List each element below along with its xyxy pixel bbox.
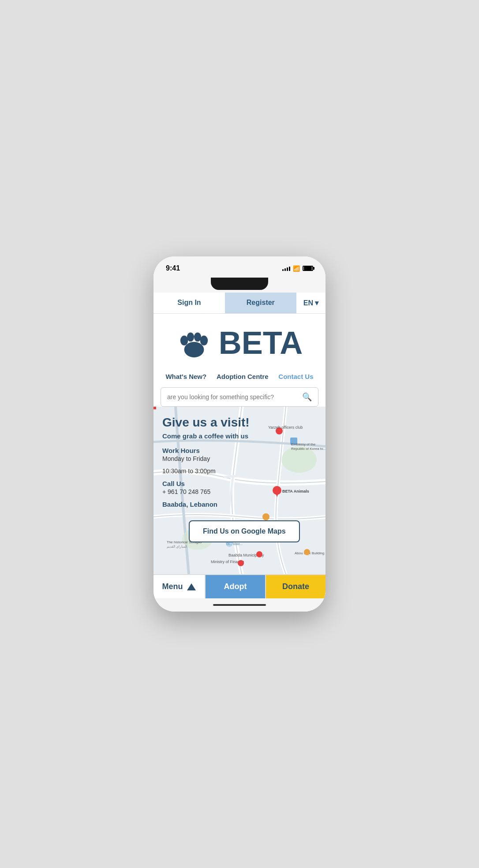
work-time: 10:30am to 3:00pm	[162, 467, 317, 475]
phone-frame: 9:41 📶 Sign In Register	[153, 256, 326, 612]
location-section: Baabda, Lebanon	[162, 501, 317, 508]
signal-bars-icon	[282, 266, 290, 271]
map-section: Yarzeh officers club Embassy of the Repu…	[153, 407, 326, 574]
svg-point-28	[238, 560, 244, 566]
status-icons: 📶	[282, 265, 313, 272]
svg-point-0	[184, 342, 204, 357]
home-indicator	[153, 598, 326, 612]
search-input[interactable]	[167, 393, 302, 401]
adopt-label: Adopt	[224, 582, 247, 591]
work-hours-label: Work Hours	[162, 447, 317, 454]
find-on-google-maps-button[interactable]: Find Us on Google Maps	[189, 520, 300, 542]
menu-label: Menu	[162, 582, 183, 591]
status-time: 9:41	[166, 264, 180, 272]
nav-menu: What's New? Adoption Centre Contact Us	[153, 368, 326, 387]
paw-icon	[176, 324, 212, 361]
location-text: Baabda, Lebanon	[162, 501, 317, 508]
nav-whats-new[interactable]: What's New?	[165, 373, 206, 380]
register-button[interactable]: Register	[225, 293, 296, 313]
svg-point-2	[187, 332, 194, 341]
search-bar: 🔍	[161, 387, 318, 407]
notch-area	[153, 278, 326, 293]
nav-contact-us[interactable]: Contact Us	[278, 373, 313, 380]
svg-point-4	[200, 336, 208, 345]
search-icon[interactable]: 🔍	[302, 392, 312, 402]
adopt-button[interactable]: Adopt	[206, 575, 266, 598]
svg-point-1	[180, 336, 188, 345]
bottom-nav: Menu Adopt Donate	[153, 574, 326, 598]
chevron-down-icon: ▾	[315, 299, 318, 307]
call-us-section: Call Us + 961 70 248 765	[162, 480, 317, 495]
top-nav: Sign In Register EN ▾	[153, 293, 326, 314]
battery-icon	[303, 266, 313, 271]
logo-area: BETA	[153, 314, 326, 368]
call-label: Call Us	[162, 480, 317, 487]
svg-point-26	[256, 551, 262, 557]
menu-triangle-icon	[187, 583, 196, 590]
nav-adoption-centre[interactable]: Adoption Centre	[217, 373, 269, 380]
sign-in-button[interactable]: Sign In	[153, 293, 225, 313]
work-hours-section: Work Hours Monday to Friday 10:30am to 3…	[162, 447, 317, 475]
work-days: Monday to Friday	[162, 455, 317, 462]
language-selector[interactable]: EN ▾	[296, 293, 326, 313]
logo-text: BETA	[219, 327, 303, 359]
contact-content-overlay: Give us a visit! Come grab a coffee with…	[153, 407, 326, 551]
donate-label: Donate	[282, 582, 309, 591]
visit-subtitle: Come grab a coffee with us	[162, 432, 317, 440]
svg-point-3	[194, 332, 201, 341]
donate-button[interactable]: Donate	[266, 575, 326, 598]
visit-title: Give us a visit!	[162, 415, 317, 430]
notch	[211, 278, 268, 290]
wifi-icon: 📶	[293, 265, 300, 272]
phone-screen: 9:41 📶 Sign In Register	[153, 256, 326, 612]
home-bar	[213, 604, 266, 606]
phone-number: + 961 70 248 765	[162, 488, 317, 495]
status-bar: 9:41 📶	[153, 256, 326, 278]
menu-button[interactable]: Menu	[153, 575, 206, 598]
